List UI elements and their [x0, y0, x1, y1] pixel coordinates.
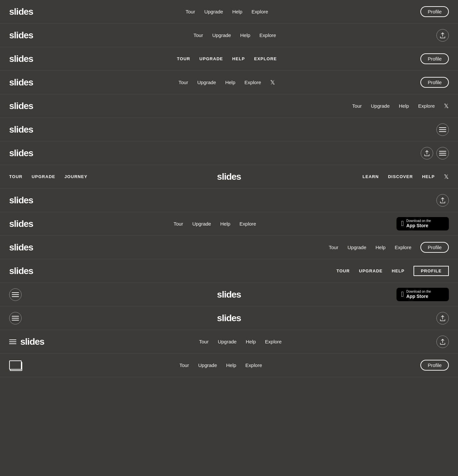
logo-10[interactable]: slides	[9, 219, 33, 229]
nav-tour-5[interactable]: Tour	[352, 103, 362, 109]
nav-upgrade-11[interactable]: Upgrade	[347, 245, 366, 250]
hamburger-lines-14	[12, 316, 19, 320]
nav-tour-8[interactable]: TOUR	[9, 174, 23, 179]
nav-tour-2[interactable]: Tour	[193, 32, 203, 38]
nav-tour-16[interactable]: Tour	[180, 362, 189, 368]
nav-upgrade-10[interactable]: Upgrade	[192, 221, 211, 227]
nav-upgrade-12[interactable]: UPGRADE	[359, 268, 382, 273]
profile-button-4[interactable]: Profile	[420, 77, 449, 88]
nav-upgrade-1[interactable]: Upgrade	[204, 9, 223, 14]
nav-tour-12[interactable]: TOUR	[336, 268, 350, 273]
nav-links-5: Tour Upgrade Help Explore 𝕏	[352, 102, 449, 110]
nav-tour-11[interactable]: Tour	[329, 245, 338, 250]
nav-upgrade-4[interactable]: Upgrade	[197, 80, 216, 85]
nav-tour-15[interactable]: Tour	[199, 339, 208, 344]
nav-tour-3[interactable]: TOUR	[177, 56, 190, 61]
nav-links-11: Tour Upgrade Help Explore Profile	[329, 242, 449, 253]
nav-help-16[interactable]: Help	[226, 362, 236, 368]
nav-explore-4[interactable]: Explore	[244, 80, 261, 85]
logo-14[interactable]: slides	[217, 313, 241, 323]
nav-help-8[interactable]: HELP	[422, 174, 435, 179]
nav-learn-8[interactable]: LEARN	[362, 174, 379, 179]
share-icon-14[interactable]	[436, 312, 449, 324]
nav-explore-5[interactable]: Explore	[418, 103, 435, 109]
logo-5[interactable]: slides	[9, 101, 33, 111]
nav-help-12[interactable]: HELP	[392, 268, 405, 273]
nav-row-1: slides Tour Upgrade Help Explore Profile	[0, 0, 458, 24]
nav-upgrade-16[interactable]: Upgrade	[198, 362, 217, 368]
nav-explore-10[interactable]: Explore	[239, 221, 256, 227]
nav-links-15: Tour Upgrade Help Explore	[199, 339, 281, 344]
nav-row-15: slides Tour Upgrade Help Explore	[0, 330, 458, 354]
nav-explore-3[interactable]: EXPLORE	[254, 56, 277, 61]
profile-button-1[interactable]: Profile	[420, 6, 449, 17]
nav-row-11: slides Tour Upgrade Help Explore Profile	[0, 236, 458, 259]
profile-button-16[interactable]: Profile	[420, 360, 449, 371]
profile-button-12[interactable]: PROFILE	[414, 266, 449, 276]
nav-explore-15[interactable]: Explore	[265, 339, 282, 344]
nav-help-3[interactable]: HELP	[232, 56, 245, 61]
nav-row-14: slides	[0, 306, 458, 330]
nav-explore-16[interactable]: Explore	[245, 362, 262, 368]
logo-7[interactable]: slides	[9, 148, 33, 158]
nav-tour-1[interactable]: Tour	[185, 9, 195, 14]
nav-help-4[interactable]: Help	[225, 80, 235, 85]
appstore-button-13[interactable]:  Download on the App Store	[396, 288, 449, 301]
profile-button-11[interactable]: Profile	[420, 242, 449, 253]
nav-tour-10[interactable]: Tour	[173, 221, 183, 227]
nav-links-2: Tour Upgrade Help Explore	[193, 32, 276, 38]
hamburger-lines-6	[439, 127, 446, 132]
logo-1[interactable]: slides	[9, 7, 33, 17]
logo-9[interactable]: slides	[9, 195, 33, 206]
nav-row-2: slides Tour Upgrade Help Explore	[0, 24, 458, 47]
logo-2[interactable]: slides	[9, 30, 33, 41]
hamburger-icon-7[interactable]	[436, 147, 449, 159]
logo-13[interactable]: slides	[217, 289, 241, 300]
appstore-button-10[interactable]:  Download on the App Store	[396, 217, 449, 230]
logo-12[interactable]: slides	[9, 266, 33, 276]
appstore-text-13: Download on the App Store	[406, 290, 431, 299]
hamburger-lines-13	[12, 292, 19, 297]
nav-help-1[interactable]: Help	[232, 9, 242, 14]
nav-help-15[interactable]: Help	[246, 339, 256, 344]
hamburger-icon-6[interactable]	[436, 123, 449, 136]
nav-tour-4[interactable]: Tour	[179, 80, 188, 85]
nav-upgrade-15[interactable]: Upgrade	[218, 339, 237, 344]
appstore-main-10: App Store	[406, 223, 431, 229]
nav-help-5[interactable]: Help	[399, 103, 409, 109]
share-icon-15[interactable]	[436, 336, 449, 348]
nav-help-11[interactable]: Help	[376, 245, 386, 250]
nav-upgrade-3[interactable]: UPGRADE	[200, 56, 223, 61]
share-icon-2[interactable]	[436, 29, 449, 42]
logo-6[interactable]: slides	[9, 124, 33, 135]
logo-8[interactable]: slides	[217, 172, 241, 182]
twitter-icon-4[interactable]: 𝕏	[270, 79, 275, 86]
pages-icon-16[interactable]	[9, 360, 21, 370]
logo-15[interactable]: slides	[20, 337, 44, 347]
logo-4[interactable]: slides	[9, 77, 33, 88]
nav-discover-8[interactable]: DISCOVER	[388, 174, 413, 179]
nav-help-2[interactable]: Help	[240, 32, 250, 38]
nav-journey-8[interactable]: JOURNEY	[64, 174, 87, 179]
hamburger-icon-14[interactable]	[9, 312, 22, 324]
nav-upgrade-5[interactable]: Upgrade	[371, 103, 390, 109]
nav-explore-11[interactable]: Explore	[395, 245, 412, 250]
nav-help-10[interactable]: Help	[220, 221, 230, 227]
hamburger-lines-7	[439, 151, 446, 156]
logo-3[interactable]: slides	[9, 54, 33, 64]
logo-11[interactable]: slides	[9, 242, 33, 253]
share-icon-7[interactable]	[421, 147, 433, 159]
twitter-icon-8[interactable]: 𝕏	[444, 173, 449, 180]
nav-explore-1[interactable]: Explore	[252, 9, 268, 14]
appstore-text-10: Download on the App Store	[406, 219, 431, 229]
nav-upgrade-8[interactable]: UPGRADE	[32, 174, 55, 179]
nav-explore-2[interactable]: Explore	[259, 32, 276, 38]
nav-links-right-8: LEARN DISCOVER HELP 𝕏	[362, 173, 449, 180]
nav-upgrade-2[interactable]: Upgrade	[212, 32, 231, 38]
profile-button-3[interactable]: Profile	[420, 53, 449, 64]
nav-row-10: slides Tour Upgrade Help Explore  Downl…	[0, 212, 458, 236]
hamburger-icon-15[interactable]	[9, 339, 16, 344]
share-icon-9[interactable]	[436, 194, 449, 207]
twitter-icon-5[interactable]: 𝕏	[444, 102, 449, 110]
hamburger-icon-13[interactable]	[9, 288, 22, 301]
